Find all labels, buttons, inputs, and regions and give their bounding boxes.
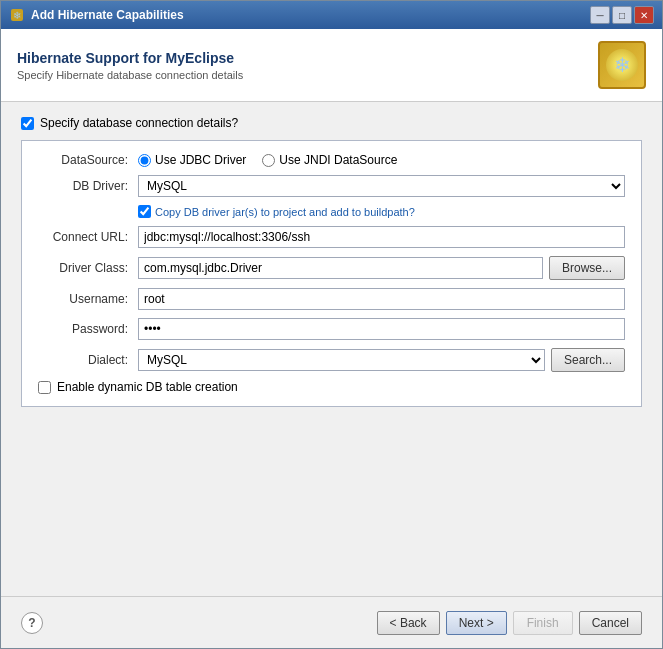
dialect-label: Dialect: — [38, 353, 138, 367]
main-window: ❄ Add Hibernate Capabilities ─ □ ✕ Hiber… — [0, 0, 663, 649]
dialect-select[interactable]: MySQL PostgreSQL Oracle — [138, 349, 545, 371]
driver-class-label: Driver Class: — [38, 261, 138, 275]
footer-section: ? < Back Next > Finish Cancel — [1, 596, 662, 648]
password-control — [138, 318, 625, 340]
browse-button[interactable]: Browse... — [549, 256, 625, 280]
dialect-row: Dialect: MySQL PostgreSQL Oracle Search.… — [38, 348, 625, 372]
header-subtitle: Specify Hibernate database connection de… — [17, 69, 243, 81]
help-button[interactable]: ? — [21, 612, 43, 634]
connect-url-input[interactable] — [138, 226, 625, 248]
header-text: Hibernate Support for MyEclipse Specify … — [17, 50, 243, 81]
password-row: Password: — [38, 318, 625, 340]
jndi-radio[interactable] — [262, 154, 275, 167]
connect-url-control — [138, 226, 625, 248]
jdbc-radio-text: Use JDBC Driver — [155, 153, 246, 167]
username-control — [138, 288, 625, 310]
password-label: Password: — [38, 322, 138, 336]
next-button[interactable]: Next > — [446, 611, 507, 635]
specify-checkbox-row: Specify database connection details? — [21, 116, 642, 130]
db-driver-label: DB Driver: — [38, 179, 138, 193]
title-bar-buttons: ─ □ ✕ — [590, 6, 654, 24]
header-title: Hibernate Support for MyEclipse — [17, 50, 243, 66]
password-input[interactable] — [138, 318, 625, 340]
connect-url-row: Connect URL: — [38, 226, 625, 248]
copy-checkbox[interactable] — [138, 205, 151, 218]
jdbc-radio-label[interactable]: Use JDBC Driver — [138, 153, 246, 167]
jndi-radio-text: Use JNDI DataSource — [279, 153, 397, 167]
username-label: Username: — [38, 292, 138, 306]
window-icon: ❄ — [9, 7, 25, 23]
window-title: Add Hibernate Capabilities — [31, 8, 184, 22]
finish-button[interactable]: Finish — [513, 611, 573, 635]
dynamic-checkbox[interactable] — [38, 381, 51, 394]
datasource-label: DataSource: — [38, 153, 138, 167]
maximize-button[interactable]: □ — [612, 6, 632, 24]
title-bar-left: ❄ Add Hibernate Capabilities — [9, 7, 184, 23]
db-driver-select[interactable]: MySQL PostgreSQL Oracle — [138, 175, 625, 197]
db-driver-control: MySQL PostgreSQL Oracle — [138, 175, 625, 197]
specify-checkbox-label[interactable]: Specify database connection details? — [40, 116, 238, 130]
dynamic-checkbox-label[interactable]: Enable dynamic DB table creation — [57, 380, 238, 394]
username-row: Username: — [38, 288, 625, 310]
back-button[interactable]: < Back — [377, 611, 440, 635]
copy-checkbox-row: Copy DB driver jar(s) to project and add… — [138, 205, 625, 218]
connect-url-label: Connect URL: — [38, 230, 138, 244]
cancel-button[interactable]: Cancel — [579, 611, 642, 635]
dialect-control: MySQL PostgreSQL Oracle Search... — [138, 348, 625, 372]
svg-text:❄: ❄ — [13, 10, 21, 21]
jndi-radio-label[interactable]: Use JNDI DataSource — [262, 153, 397, 167]
username-input[interactable] — [138, 288, 625, 310]
minimize-button[interactable]: ─ — [590, 6, 610, 24]
datasource-radio-group: Use JDBC Driver Use JNDI DataSource — [138, 153, 625, 167]
content-area: Specify database connection details? Dat… — [1, 102, 662, 596]
search-button[interactable]: Search... — [551, 348, 625, 372]
datasource-row: DataSource: Use JDBC Driver Use JNDI Dat… — [38, 153, 625, 167]
header-section: Hibernate Support for MyEclipse Specify … — [1, 29, 662, 102]
driver-class-row: Driver Class: Browse... — [38, 256, 625, 280]
driver-class-control: Browse... — [138, 256, 625, 280]
db-driver-row: DB Driver: MySQL PostgreSQL Oracle — [38, 175, 625, 197]
jdbc-radio[interactable] — [138, 154, 151, 167]
hibernate-logo — [598, 41, 646, 89]
form-section: DataSource: Use JDBC Driver Use JNDI Dat… — [21, 140, 642, 407]
specify-checkbox[interactable] — [21, 117, 34, 130]
copy-checkbox-label[interactable]: Copy DB driver jar(s) to project and add… — [155, 206, 415, 218]
title-bar: ❄ Add Hibernate Capabilities ─ □ ✕ — [1, 1, 662, 29]
dynamic-checkbox-row: Enable dynamic DB table creation — [38, 380, 625, 394]
driver-class-input[interactable] — [138, 257, 543, 279]
footer-left: ? — [21, 612, 43, 634]
close-button[interactable]: ✕ — [634, 6, 654, 24]
footer-buttons: < Back Next > Finish Cancel — [377, 611, 642, 635]
